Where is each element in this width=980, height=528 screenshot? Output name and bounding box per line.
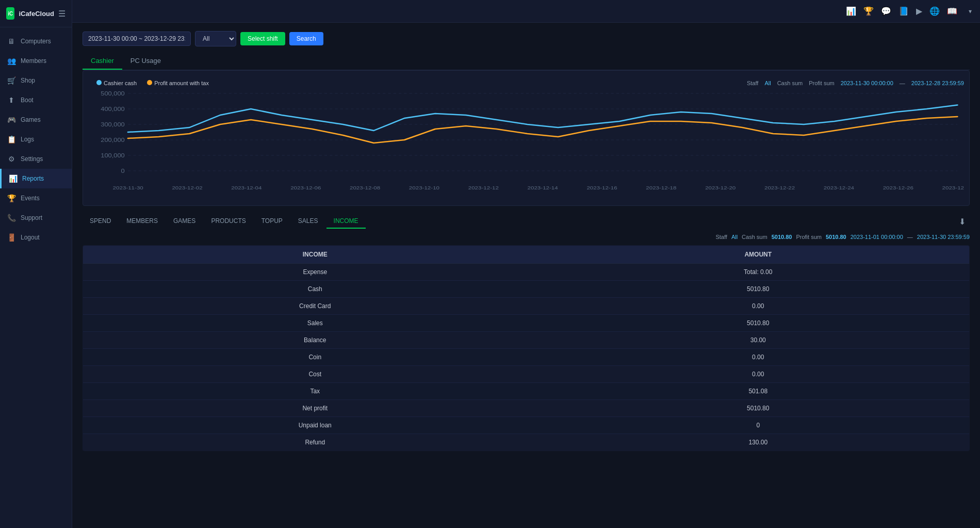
income-label: Balance	[83, 332, 547, 349]
sidebar-label-reports: Reports	[22, 175, 44, 182]
chart-header-row: Cashier cashProfit amount with tax Staff…	[88, 76, 964, 88]
svg-text:0: 0	[121, 168, 125, 173]
sidebar-item-games[interactable]: 🎮Games	[0, 110, 72, 130]
income-value: 30.00	[547, 332, 969, 349]
topbar-icon-1[interactable]: 🏆	[863, 6, 874, 16]
topbar-icon-0[interactable]: 📊	[846, 6, 856, 16]
income-label: Net profit	[83, 400, 547, 417]
members-icon: 👥	[7, 57, 15, 65]
table-row: Cash5010.80	[83, 281, 970, 298]
col-income: INCOME	[83, 246, 547, 264]
income-value: 0.00	[547, 298, 969, 315]
sidebar-item-logs[interactable]: 📋Logs	[0, 130, 72, 149]
menu-toggle-icon[interactable]: ☰	[58, 9, 66, 19]
income-value: 5010.80	[547, 400, 969, 417]
bottom-tab-spend[interactable]: SPEND	[83, 214, 118, 229]
bottom-tab-sales[interactable]: SALES	[291, 214, 325, 229]
svg-text:2023-12-24: 2023-12-24	[824, 185, 854, 190]
content-area: All Select shift Search CashierPC Usage …	[72, 23, 980, 528]
sidebar-label-settings: Settings	[21, 155, 43, 163]
chart-meta: Staff All Cash sum Profit sum 2023-11-30…	[747, 80, 964, 86]
sidebar-label-games: Games	[21, 116, 41, 123]
profit-sum-label: Profit sum	[809, 80, 835, 86]
bottom-date-to: 2023-11-30 23:59:59	[917, 234, 970, 240]
date-range-input[interactable]	[83, 31, 191, 46]
income-value: 0.00	[547, 349, 969, 366]
topbar-icons: 📊🏆💬📘▶🌐📖	[846, 6, 957, 16]
sidebar-nav: 🖥Computers👥Members🛒Shop⬆Boot🎮Games📋Logs⚙…	[0, 27, 72, 528]
sidebar-item-settings[interactable]: ⚙Settings	[0, 149, 72, 169]
income-value: 501.08	[547, 383, 969, 400]
svg-text:2023-12-22: 2023-12-22	[764, 185, 795, 190]
svg-text:2023-12-16: 2023-12-16	[586, 185, 617, 190]
bottom-tab-products[interactable]: PRODUCTS	[204, 214, 253, 229]
legend-item: Cashier cash	[96, 80, 137, 86]
logs-icon: 📋	[7, 135, 15, 143]
table-row: Coin0.00	[83, 349, 970, 366]
income-label: Tax	[83, 383, 547, 400]
topbar-caret[interactable]: ▾	[969, 8, 972, 15]
svg-text:2023-12-20: 2023-12-20	[705, 185, 736, 190]
bottom-tab-topup[interactable]: TOPUP	[254, 214, 290, 229]
sidebar-item-support[interactable]: 📞Support	[0, 208, 72, 228]
chart-tab-pc-usage[interactable]: PC Usage	[122, 53, 169, 70]
sidebar-label-support: Support	[21, 214, 42, 221]
sidebar-item-logout[interactable]: 🚪Logout	[0, 228, 72, 247]
sidebar-label-members: Members	[21, 57, 46, 65]
legend-dot	[96, 80, 102, 85]
search-button[interactable]: Search	[289, 32, 323, 45]
sidebar-item-boot[interactable]: ⬆Boot	[0, 90, 72, 110]
sidebar-item-members[interactable]: 👥Members	[0, 51, 72, 71]
filter-select[interactable]: All	[195, 31, 236, 46]
download-button[interactable]: ⬇	[955, 215, 970, 229]
svg-text:2023-12-14: 2023-12-14	[528, 185, 558, 190]
chart-date-to: 2023-12-28 23:59:59	[911, 80, 964, 86]
filter-bar: All Select shift Search	[83, 31, 970, 46]
sidebar-label-logs: Logs	[21, 136, 34, 143]
bottom-cash-sum-label: Cash sum	[742, 234, 767, 240]
sidebar-item-computers[interactable]: 🖥Computers	[0, 31, 72, 51]
logout-icon: 🚪	[7, 233, 15, 242]
select-shift-button[interactable]: Select shift	[240, 32, 285, 45]
chart-tab-cashier[interactable]: Cashier	[83, 53, 122, 70]
logo-icon: iC	[6, 7, 14, 20]
topbar-icon-3[interactable]: 📘	[899, 6, 909, 16]
bottom-tab-members[interactable]: MEMBERS	[119, 214, 165, 229]
sidebar-label-shop: Shop	[21, 77, 35, 84]
topbar-icon-2[interactable]: 💬	[881, 6, 891, 16]
sidebar-logo: iC iCafeCloud ☰	[0, 0, 72, 27]
income-label: Sales	[83, 315, 547, 332]
chart-date-arrow: —	[900, 80, 905, 86]
topbar-icon-5[interactable]: 🌐	[929, 6, 940, 16]
income-label: Refund	[83, 434, 547, 451]
bottom-tab-income[interactable]: INCOME	[326, 214, 366, 229]
table-row: Balance30.00	[83, 332, 970, 349]
bottom-staff-label: Staff	[715, 234, 727, 240]
bottom-profit-sum-label: Profit sum	[796, 234, 822, 240]
shop-icon: 🛒	[7, 76, 15, 85]
svg-text:500,000: 500,000	[101, 91, 124, 96]
income-label: Coin	[83, 349, 547, 366]
chart-svg: 500,000400,000300,000200,000100,00002023…	[88, 88, 964, 202]
sidebar-item-reports[interactable]: 📊Reports	[0, 169, 72, 188]
topbar-icon-6[interactable]: 📖	[947, 6, 957, 16]
topbar-icon-4[interactable]: ▶	[916, 6, 922, 16]
staff-label: Staff	[747, 80, 758, 86]
sidebar-item-shop[interactable]: 🛒Shop	[0, 71, 72, 90]
table-row: Net profit5010.80	[83, 400, 970, 417]
table-row: Refund130.00	[83, 434, 970, 451]
bottom-tab-games[interactable]: GAMES	[166, 214, 203, 229]
reports-icon: 📊	[9, 174, 17, 183]
svg-text:300,000: 300,000	[101, 122, 124, 127]
svg-text:2023-12-06: 2023-12-06	[290, 185, 321, 190]
sidebar-item-events[interactable]: 🏆Events	[0, 188, 72, 208]
bottom-date-arrow: —	[907, 234, 913, 240]
income-label: Unpaid loan	[83, 417, 547, 434]
computers-icon: 🖥	[7, 37, 15, 45]
svg-text:2023-12-18: 2023-12-18	[646, 185, 676, 190]
settings-icon: ⚙	[7, 155, 15, 163]
bottom-cash-sum-value: 5010.80	[772, 234, 792, 240]
sidebar-label-logout: Logout	[21, 234, 40, 241]
income-table: INCOME AMOUNT ExpenseTotal: 0.00Cash5010…	[83, 245, 970, 451]
table-row: ExpenseTotal: 0.00	[83, 264, 970, 281]
